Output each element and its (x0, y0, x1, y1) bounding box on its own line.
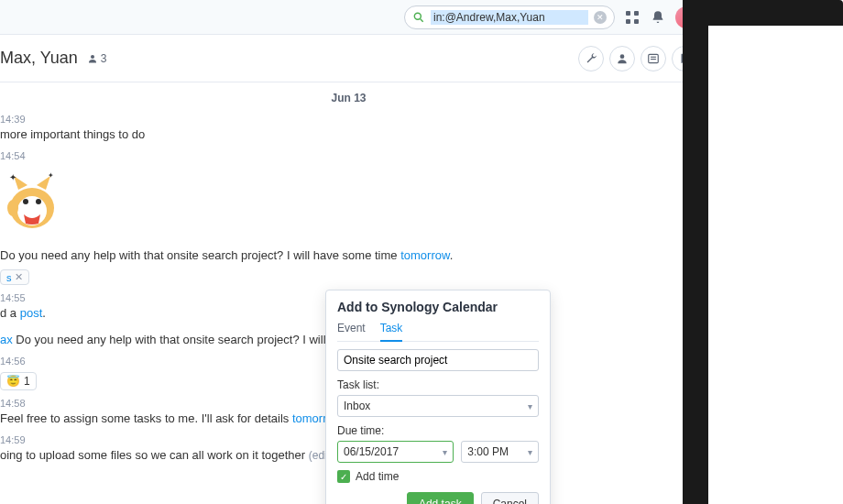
link-tomorrow[interactable]: tomorrow (400, 248, 449, 262)
settings-button[interactable] (578, 46, 604, 71)
mention-link[interactable]: ax (0, 333, 13, 346)
cancel-button[interactable]: Cancel (481, 492, 539, 504)
search-input[interactable] (431, 10, 588, 25)
svg-point-0 (414, 13, 421, 19)
tab-task[interactable]: Task (380, 322, 403, 342)
svg-text:✦: ✦ (9, 172, 16, 182)
checkbox-checked-icon: ✓ (337, 470, 350, 483)
popover-title: Add to Synology Calendar (337, 300, 539, 314)
chevron-down-icon: ▾ (528, 447, 532, 457)
svg-rect-5 (634, 19, 639, 24)
tasklist-select[interactable]: Inbox ▾ (337, 395, 539, 417)
monitor-frame-top (683, 0, 843, 26)
svg-line-1 (421, 18, 423, 21)
svg-point-13 (23, 199, 28, 204)
svg-point-6 (91, 55, 94, 59)
monitor-frame (683, 0, 708, 504)
members-button[interactable] (609, 46, 635, 71)
clear-search-button[interactable]: ✕ (594, 11, 607, 24)
link-post[interactable]: post (20, 306, 43, 320)
svg-point-7 (620, 54, 625, 59)
emoji-icon: 😇 (6, 375, 20, 388)
svg-text:✦: ✦ (48, 171, 54, 180)
message-timestamp: 14:54 (0, 150, 697, 161)
member-count: 3 (87, 52, 107, 65)
svg-rect-3 (634, 11, 639, 16)
svg-rect-4 (626, 19, 630, 24)
message-text: Do you need any help with that onsite se… (0, 247, 697, 264)
wrench-icon (585, 52, 597, 65)
add-to-calendar-popover: Add to Synology Calendar Event Task Task… (325, 290, 551, 504)
duetime-label: Due time: (337, 424, 539, 437)
chevron-down-icon: ▾ (443, 447, 447, 457)
popover-tabs: Event Task (337, 322, 539, 342)
due-time-select[interactable]: 3:00 PM ▾ (461, 441, 539, 463)
tab-event[interactable]: Event (337, 322, 366, 341)
apps-icon[interactable] (624, 9, 640, 26)
chat-header: Max, Yuan 3 (0, 35, 708, 82)
add-task-button[interactable]: Add task (407, 492, 474, 504)
list-icon (647, 52, 660, 65)
sticker-image: ✦ ✦ (0, 167, 64, 231)
details-button[interactable] (640, 46, 666, 71)
topbar: ✕ (0, 0, 708, 35)
svg-rect-2 (626, 11, 630, 16)
background (708, 26, 843, 504)
chevron-down-icon: ▾ (528, 401, 532, 411)
message-text: more important things to do (0, 126, 697, 143)
tag-chip[interactable]: s ✕ (0, 269, 29, 285)
date-divider: Jun 13 (0, 92, 697, 104)
svg-point-15 (7, 200, 18, 216)
chat-title: Max, Yuan (0, 49, 78, 68)
search-icon (412, 11, 425, 24)
svg-point-14 (36, 199, 41, 204)
search-field[interactable]: ✕ (404, 5, 615, 29)
reaction-chip[interactable]: 😇 1 (0, 372, 37, 390)
tasklist-label: Task list: (337, 378, 539, 391)
close-icon[interactable]: ✕ (15, 271, 23, 283)
task-name-input[interactable] (337, 349, 539, 371)
due-date-select[interactable]: 06/15/2017 ▾ (337, 441, 454, 463)
person-icon (616, 52, 629, 65)
notifications-icon[interactable] (650, 9, 666, 26)
add-time-checkbox[interactable]: ✓ Add time (337, 470, 539, 483)
message-timestamp: 14:39 (0, 114, 697, 125)
person-icon (87, 53, 98, 64)
